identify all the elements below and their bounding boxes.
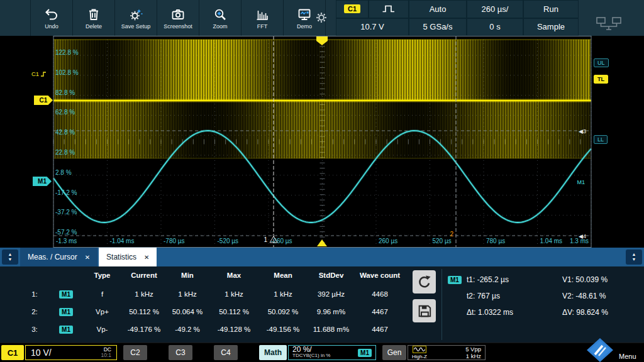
save-setup-button[interactable]: Save Setup [114,0,157,36]
stats-column-header: Mean [258,272,308,279]
stats-cell: Vp+ [82,308,123,315]
cursor-v2: V2: -48.61 % [562,292,606,300]
channel1-scale: 10 V/ [31,348,52,358]
cursor-results-panel: M1 t1: -265.2 µs V1: 50.039 % t2: 767 µs… [448,272,640,321]
channel2-badge[interactable]: C2 [123,345,147,360]
settings-gear-icon[interactable] [314,11,328,25]
channel3-badge[interactable]: C3 [169,345,192,360]
channel1-badge[interactable]: C1 [1,345,24,360]
oscilloscope-screen: Undo Delete Save Setup [0,0,644,362]
trigger-level-marker[interactable]: TL [594,75,608,84]
stats-row[interactable]: 2:M1Vp+50.112 %50.064 %50.112 %50.092 %9… [19,303,405,321]
save-statistics-button[interactable] [413,299,436,322]
y-axis-label: -57.2 % [55,229,77,236]
undo-button[interactable]: Undo [30,0,72,36]
y-axis-label: -37.2 % [55,209,77,216]
arrow-up-icon: ▲ [8,252,13,257]
trigger-type-cell[interactable] [369,0,409,18]
stats-cell: -49.176 % [123,326,165,333]
generator-badge[interactable]: Gen [382,345,406,360]
camera-icon [170,7,186,22]
close-icon[interactable]: ✕ [144,254,149,261]
stats-cell: -49.128 % [209,326,258,333]
result-tab-bar: ▲ ▼ Meas. / Cursor ✕ Statistics ✕ ▲ ▼ [0,248,644,266]
trigger-source-cell[interactable]: C1 [336,0,369,18]
timebase-cell[interactable]: 260 µs/ [467,0,523,18]
trigger-source-badge: C1 [344,4,360,13]
screenshot-button[interactable]: Screenshot [157,0,199,36]
tab-meas-cursor[interactable]: Meas. / Cursor ✕ [20,248,97,266]
stats-cell: -49.156 % [258,326,308,333]
source-badge: M1 [59,308,73,316]
stats-cell: 4467 [355,308,405,315]
trigger-mode-cell[interactable]: Auto [409,0,467,18]
network-status-icon [594,16,623,31]
stats-column-header: Max [209,272,258,279]
channel4-badge[interactable]: C4 [214,345,238,360]
stats-cell: 9.96 m% [308,308,355,315]
tab-scroll-right[interactable]: ▲ ▼ [626,250,642,265]
stats-cell: 1 kHz [209,290,258,298]
sample-rate-cell[interactable]: 5 GSa/s [409,18,467,36]
trash-icon [86,7,101,22]
run-state-cell[interactable]: Run [523,0,579,18]
math-badge[interactable]: Math [259,345,287,360]
cursor4-label: ◀4 [579,233,586,239]
rohde-schwarz-logo [586,337,614,362]
fft-button[interactable]: FFT [241,0,283,36]
y-axis-label: 122.8 % [55,49,79,56]
floppy-disk-icon [415,302,434,321]
fft-label: FFT [257,23,268,30]
arrow-down-icon: ▼ [632,257,636,262]
generator-settings[interactable]: High-Z 5 Vpp 1 kHz [408,345,486,360]
x-axis-label: 1.04 ms [540,238,563,244]
tab-label: Statistics [106,253,136,261]
refresh-icon [415,273,434,292]
delete-button[interactable]: Delete [72,0,114,36]
upper-level-marker[interactable]: UL [594,58,609,67]
waveform-display[interactable]: 122.8 %102.8 %82.8 %62.8 %42.8 %22.8 %2.… [0,36,644,248]
trigger-level-cell[interactable]: 10.7 V [336,18,409,36]
math-settings[interactable]: 20 %/ TDCYB(C1) in % M1 [288,345,376,360]
stats-cell: 50.112 % [209,308,258,315]
stats-table-body: 1:M1f1 kHz1 kHz1 kHz1 kHz392 µHz44682:M1… [19,285,405,338]
stats-row[interactable]: 1:M1f1 kHz1 kHz1 kHz1 kHz392 µHz4468 [19,285,405,303]
close-icon[interactable]: ✕ [85,254,90,261]
x-axis-label: -1.04 ms [110,238,135,244]
zoom-button[interactable]: Zoom [199,0,241,36]
stats-cell: 4468 [355,290,405,298]
x-axis-label: -1.3 ms [56,238,77,244]
math-scale: 20 %/ [292,346,330,353]
stats-row[interactable]: 3:M1Vp--49.176 %-49.2 %-49.128 %-49.156 … [19,321,405,338]
trigger-time-marker[interactable] [317,239,327,246]
trigger-pulse-icon [382,4,396,13]
stats-column-header: Current [123,272,165,279]
waveform-svg[interactable]: 122.8 %102.8 %82.8 %62.8 %42.8 %22.8 %2.… [0,36,644,248]
cursor3-label: ◀3 [579,128,586,134]
x-axis-label: -520 µs [218,238,239,244]
tab-scroll-left[interactable]: ▲ ▼ [2,250,18,265]
tab-statistics[interactable]: Statistics ✕ [99,248,157,266]
channel1-probe: 10:1 [101,353,111,358]
y-axis-label: 42.8 % [55,129,75,136]
source-badge: M1 [59,326,73,334]
math-trace-badge: M1 [358,349,372,357]
menu-button[interactable]: Menu [619,353,636,360]
fft-icon [255,7,270,22]
acquisition-mode-cell[interactable]: Sample [523,18,579,36]
x-axis-label: 520 µs [433,238,452,244]
demo-label: Demo [297,23,312,30]
undo-label: Undo [45,23,58,30]
rising-edge-icon [40,71,47,77]
channel1-settings[interactable]: 10 V/ DC 10:1 [25,345,117,360]
reset-statistics-button[interactable] [413,270,436,293]
trigger-level-tag[interactable]: C1 [31,70,47,77]
generator-frequency: 1 kHz [465,353,481,359]
horizontal-position-cell[interactable]: 0 s [467,18,523,36]
stats-cell: 392 µHz [308,290,355,298]
stats-cell: f [82,290,123,298]
lower-level-marker[interactable]: LL [594,135,608,144]
y-axis-label: 22.8 % [55,149,75,156]
source-badge: M1 [448,276,462,284]
channel-bar: C1 10 V/ DC 10:1 C2 C3 C4 Math 20 %/ TDC… [0,343,644,362]
